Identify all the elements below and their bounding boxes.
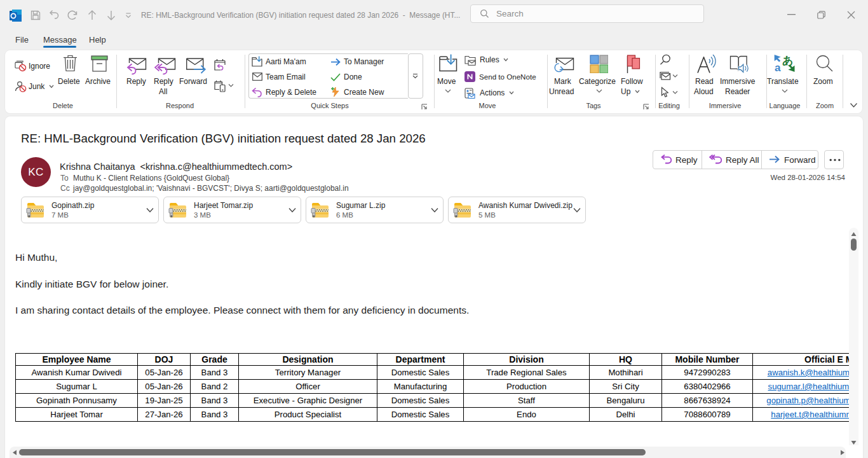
svg-text:a: a [775,62,781,73]
svg-text:あ: あ [782,55,793,67]
